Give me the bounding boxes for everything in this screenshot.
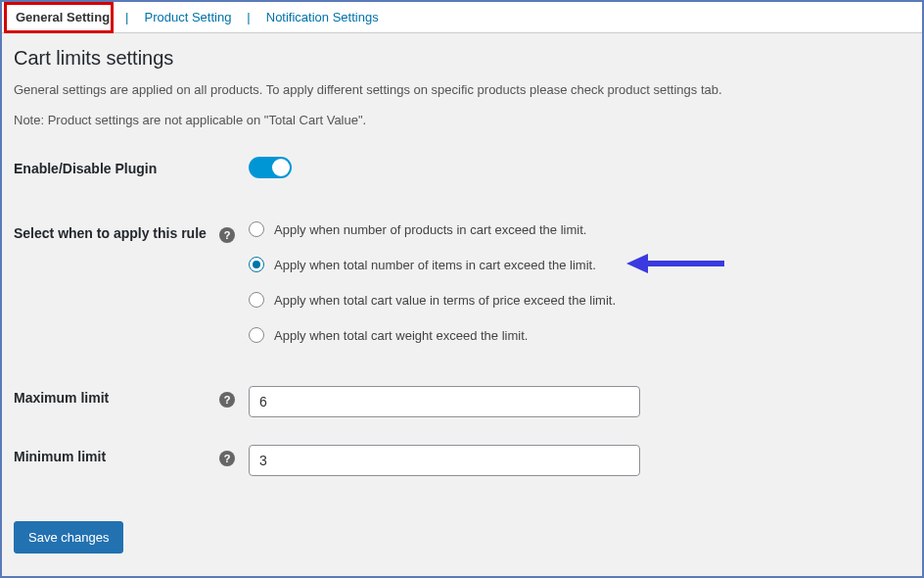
min-control (249, 445, 910, 476)
tab-general[interactable]: General Setting (2, 2, 123, 32)
enable-row: Enable/Disable Plugin (14, 157, 910, 178)
page-title: Cart limits settings (14, 47, 910, 70)
svg-marker-1 (626, 254, 648, 273)
min-label: Minimum limit (14, 445, 219, 464)
note-text: Note: Product settings are not applicabl… (14, 113, 910, 127)
help-col-spacer (219, 157, 249, 163)
radio-value[interactable] (249, 292, 264, 308)
help-col: ? (219, 386, 249, 408)
toggle-knob (272, 159, 290, 176)
radio-item-products: Apply when number of products in cart ex… (249, 221, 910, 237)
max-input[interactable] (249, 386, 640, 417)
help-icon[interactable]: ? (219, 451, 235, 466)
max-control (249, 386, 910, 417)
help-col: ? (219, 445, 249, 466)
enable-label: Enable/Disable Plugin (14, 157, 219, 176)
radio-products[interactable] (249, 221, 264, 237)
radio-item-weight: Apply when total cart weight exceed the … (249, 327, 910, 343)
radio-label-products: Apply when number of products in cart ex… (274, 222, 586, 237)
help-icon[interactable]: ? (219, 227, 235, 243)
tab-separator: | (123, 10, 130, 24)
help-col: ? (219, 221, 249, 243)
radio-items[interactable] (249, 257, 264, 272)
radio-label-items: Apply when total number of items in cart… (274, 258, 596, 272)
radio-item-value: Apply when total cart value in terms of … (249, 292, 910, 308)
tab-notification[interactable]: Notification Settings (253, 2, 393, 32)
min-input[interactable] (249, 445, 640, 476)
radio-label-weight: Apply when total cart weight exceed the … (274, 328, 528, 343)
tab-product[interactable]: Product Setting (130, 2, 245, 32)
settings-tabs: General Setting | Product Setting | Noti… (2, 2, 922, 33)
min-row: Minimum limit ? (14, 445, 910, 476)
rule-radio-group: Apply when number of products in cart ex… (249, 221, 910, 343)
rule-row: Select when to apply this rule ? Apply w… (14, 221, 910, 343)
max-label: Maximum limit (14, 386, 219, 406)
enable-toggle[interactable] (249, 157, 292, 178)
save-button[interactable]: Save changes (14, 521, 123, 554)
help-icon[interactable]: ? (219, 392, 235, 408)
enable-control (249, 157, 910, 178)
radio-label-value: Apply when total cart value in terms of … (274, 293, 616, 308)
content-area: Cart limits settings General settings ar… (2, 33, 922, 567)
rule-label: Select when to apply this rule (14, 221, 219, 241)
max-row: Maximum limit ? (14, 386, 910, 417)
radio-item-items: Apply when total number of items in cart… (249, 257, 910, 272)
description-text: General settings are applied on all prod… (14, 81, 910, 99)
tab-separator: | (245, 10, 252, 24)
arrow-annotation (626, 249, 724, 278)
radio-weight[interactable] (249, 327, 264, 343)
